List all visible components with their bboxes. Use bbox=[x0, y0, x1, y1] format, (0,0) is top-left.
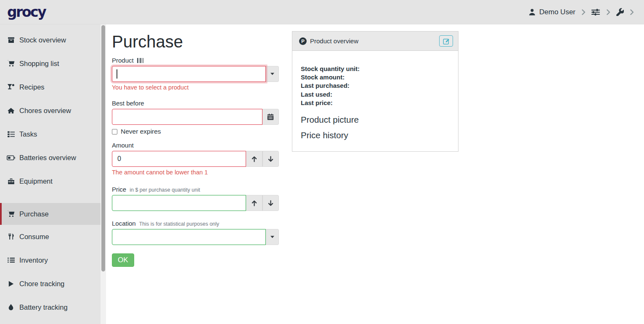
price-history-heading: Price history bbox=[301, 130, 450, 140]
text-cursor bbox=[117, 69, 117, 79]
admin-menu[interactable] bbox=[616, 8, 624, 16]
sidebar-section-separator bbox=[0, 193, 106, 203]
sidebar-item-label: Consume bbox=[19, 233, 49, 241]
last-used-label: Last used: bbox=[301, 90, 450, 99]
sidebar-item-purchase[interactable]: Purchase bbox=[0, 203, 106, 225]
price-label: Price bbox=[112, 186, 126, 193]
location-input[interactable] bbox=[112, 229, 266, 245]
page-title: Purchase bbox=[112, 32, 279, 51]
never-expires-checkbox[interactable] bbox=[112, 129, 117, 134]
sidebar-item-chore-tracking[interactable]: Chore tracking bbox=[0, 272, 106, 295]
best-before-input[interactable] bbox=[112, 109, 262, 125]
settings-menu[interactable] bbox=[591, 8, 600, 16]
chevron-right-icon[interactable] bbox=[630, 9, 634, 15]
product-error: You have to select a product bbox=[112, 84, 279, 91]
location-hint: This is for statistical purposes only bbox=[139, 221, 219, 227]
sidebar-item-label: Stock overview bbox=[19, 36, 66, 44]
price-input[interactable] bbox=[112, 195, 246, 211]
sidebar-scrollbar-track[interactable] bbox=[101, 24, 106, 324]
product-circle-icon: P bbox=[299, 37, 307, 45]
sidebar-item-label: Equipment bbox=[19, 177, 53, 185]
card-title-row: P Product overview bbox=[299, 37, 358, 45]
amount-decrement-button[interactable] bbox=[262, 151, 279, 167]
product-picture-heading: Product picture bbox=[301, 115, 450, 125]
arrow-down-icon bbox=[268, 156, 274, 162]
card-body: Stock quantity unit: Stock amount: Last … bbox=[292, 51, 458, 151]
sidebar-item-label: Shopping list bbox=[19, 60, 59, 68]
sidebar-item-label: Battery tracking bbox=[19, 303, 68, 311]
product-overview-card: P Product overview Stock quantity unit: … bbox=[292, 31, 458, 152]
sidebar-item-shopping-list[interactable]: Shopping list bbox=[0, 52, 106, 75]
topbar-menu: Demo User bbox=[528, 8, 634, 16]
droplet-icon bbox=[7, 304, 15, 311]
user-icon bbox=[528, 8, 536, 16]
product-input-group bbox=[112, 66, 279, 82]
app-logo[interactable]: grocy bbox=[7, 5, 45, 19]
best-before-label-row: Best before bbox=[112, 100, 279, 107]
sidebar-item-stock-overview[interactable]: Stock overview bbox=[0, 28, 106, 52]
price-increment-button[interactable] bbox=[246, 195, 262, 211]
sidebar: Stock overview Shopping list Recipes Cho… bbox=[0, 24, 106, 324]
location-dropdown-button[interactable] bbox=[266, 229, 279, 245]
sliders-icon bbox=[591, 8, 600, 16]
last-price-label: Last price: bbox=[301, 99, 450, 107]
archive-box-icon bbox=[7, 37, 15, 43]
user-menu[interactable]: Demo User bbox=[528, 8, 575, 16]
cocktail-icon bbox=[7, 84, 15, 90]
sidebar-item-inventory[interactable]: Inventory bbox=[0, 248, 106, 272]
main-content: Purchase Product You have to select a pr… bbox=[106, 24, 644, 324]
price-label-row: Price in $ per purchase quantity unit bbox=[112, 186, 279, 193]
amount-error: The amount cannot be lower than 1 bbox=[112, 169, 279, 176]
card-title: Product overview bbox=[310, 37, 358, 45]
sidebar-item-recipes[interactable]: Recipes bbox=[0, 75, 106, 99]
tasks-icon bbox=[7, 131, 15, 137]
arrow-up-icon bbox=[251, 200, 257, 206]
sidebar-item-label: Chore tracking bbox=[19, 280, 64, 288]
product-dropdown-button[interactable] bbox=[266, 66, 279, 82]
list-icon bbox=[7, 257, 15, 263]
last-purchased-label: Last purchased: bbox=[301, 82, 450, 90]
arrow-down-icon bbox=[268, 200, 274, 206]
sidebar-item-batteries-overview[interactable]: Batteries overview bbox=[0, 146, 106, 169]
user-menu-label: Demo User bbox=[539, 8, 575, 16]
sidebar-item-label: Inventory bbox=[19, 256, 48, 264]
sidebar-item-label: Chores overview bbox=[19, 107, 71, 115]
arrow-up-icon bbox=[251, 156, 257, 162]
never-expires-row: Never expires bbox=[112, 128, 279, 135]
best-before-label: Best before bbox=[112, 100, 144, 107]
topbar: grocy Demo User bbox=[0, 0, 644, 24]
chevron-right-icon[interactable] bbox=[582, 9, 586, 15]
location-input-group bbox=[112, 229, 279, 245]
amount-input[interactable] bbox=[112, 151, 246, 167]
sidebar-item-label: Tasks bbox=[19, 130, 37, 138]
toolbox-icon bbox=[7, 178, 15, 184]
sidebar-item-battery-tracking[interactable]: Battery tracking bbox=[0, 295, 106, 319]
best-before-input-group bbox=[112, 109, 279, 125]
amount-input-group bbox=[112, 151, 279, 167]
product-input[interactable] bbox=[112, 66, 266, 82]
amount-increment-button[interactable] bbox=[246, 151, 262, 167]
sidebar-item-consume[interactable]: Consume bbox=[0, 225, 106, 248]
sidebar-item-equipment[interactable]: Equipment bbox=[0, 169, 106, 193]
play-icon bbox=[7, 281, 15, 287]
calendar-button[interactable] bbox=[262, 109, 279, 125]
sidebar-scrollbar-thumb[interactable] bbox=[101, 25, 105, 271]
ok-button[interactable]: OK bbox=[112, 253, 134, 267]
amount-label-row: Amount bbox=[112, 142, 279, 149]
stock-quantity-unit-label: Stock quantity unit: bbox=[301, 65, 450, 73]
sidebar-item-tasks[interactable]: Tasks bbox=[0, 122, 106, 146]
never-expires-label: Never expires bbox=[121, 128, 161, 135]
sidebar-item-label: Purchase bbox=[19, 210, 49, 218]
edit-product-button[interactable] bbox=[439, 35, 453, 47]
edit-icon bbox=[443, 38, 450, 45]
amount-label: Amount bbox=[112, 142, 134, 149]
price-decrement-button[interactable] bbox=[262, 195, 279, 211]
product-label-row: Product bbox=[112, 57, 279, 64]
sidebar-item-chores-overview[interactable]: Chores overview bbox=[0, 99, 106, 122]
calendar-icon bbox=[267, 113, 274, 120]
purchase-form: Purchase Product You have to select a pr… bbox=[112, 29, 279, 267]
chevron-right-icon[interactable] bbox=[607, 9, 610, 15]
price-hint: in $ per purchase quantity unit bbox=[130, 187, 200, 193]
location-label: Location bbox=[112, 220, 136, 227]
utensils-icon bbox=[7, 233, 15, 240]
